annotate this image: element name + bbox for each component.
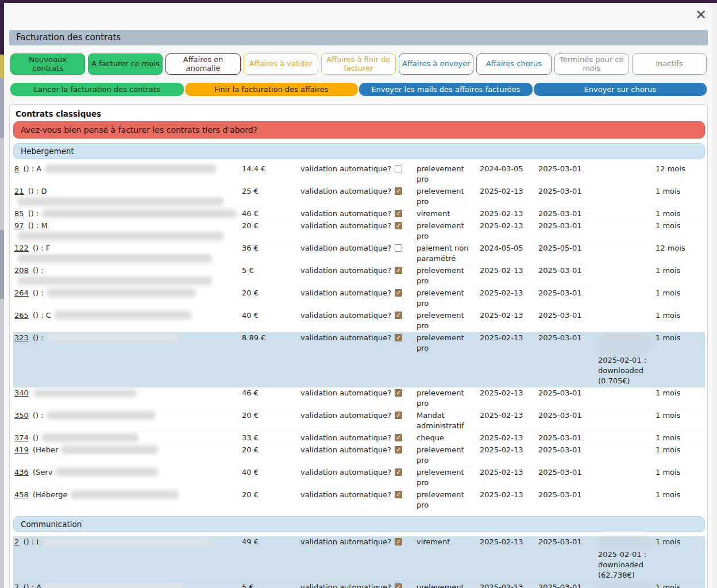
tab-button[interactable]: Affaires en anomalie	[165, 53, 240, 75]
contract-id-link[interactable]: 122	[14, 244, 29, 252]
validation-checkbox[interactable]	[395, 468, 402, 476]
tab-label: Inactifs	[656, 60, 683, 68]
validation-checkbox[interactable]	[395, 412, 402, 419]
contract-name-fragment: () :	[30, 411, 44, 420]
contract-row: 265 () : C 40 € validation automatique? …	[13, 310, 705, 332]
contract-id-link[interactable]: 436	[14, 468, 29, 476]
validation-checkbox[interactable]	[395, 187, 402, 195]
close-icon[interactable]: ✕	[692, 6, 708, 22]
payment-method: prelevement pro	[417, 388, 476, 409]
contract-duration: 12 mois	[656, 164, 705, 174]
validation-checkbox[interactable]	[395, 289, 402, 297]
contract-duration: 1 mois	[656, 186, 705, 197]
validation-checkbox[interactable]	[395, 165, 402, 172]
validation-checkbox[interactable]	[395, 434, 402, 441]
validation-checkbox[interactable]	[395, 583, 402, 588]
contract-duration: 1 mois	[656, 410, 705, 421]
invoice-status-cell: 2025-02-01 :downloaded(0.705€)	[598, 333, 652, 386]
contract-name-cell: 122 () : F	[14, 243, 238, 264]
tab-button[interactable]: Affaires chorus	[476, 53, 551, 75]
contract-row: 85 () : 46 € validation automatique? vir…	[13, 208, 705, 220]
tab-button[interactable]: Affaires à finir de facturer	[321, 53, 396, 75]
action-button[interactable]: Finir la facturation des affaires	[185, 83, 358, 96]
payment-method: prelevement pro	[417, 445, 476, 466]
contract-id-link[interactable]: 458	[14, 490, 29, 499]
contract-amount: 8.89 €	[242, 333, 297, 343]
payment-method: prelevement pro	[417, 582, 476, 588]
validation-label: validation automatique?	[300, 221, 391, 230]
payment-method: prelevement pro	[417, 333, 476, 353]
validation-checkbox[interactable]	[395, 267, 402, 274]
contract-name-fragment: () :	[26, 209, 39, 218]
validation-checkbox[interactable]	[395, 312, 402, 319]
validation-checkbox[interactable]	[395, 446, 402, 454]
validation-checkbox[interactable]	[395, 538, 402, 545]
contract-id-link[interactable]: 350	[14, 411, 29, 420]
validation-cell: validation automatique?	[300, 288, 413, 298]
billing-date: 2025-02-13	[480, 186, 535, 197]
contract-id-link[interactable]: 2	[14, 537, 19, 546]
contract-name-cell: 208 () :	[14, 266, 238, 286]
validation-cell: validation automatique?	[300, 410, 413, 421]
redacted-name-blur	[44, 164, 217, 173]
validation-checkbox[interactable]	[395, 222, 402, 229]
contract-name-cell: 340	[14, 388, 238, 398]
validation-cell: validation automatique?	[300, 266, 413, 276]
validation-checkbox[interactable]	[395, 491, 402, 498]
section-header[interactable]: Communication	[13, 516, 705, 532]
contract-name-cell: 2 () : L	[14, 537, 238, 547]
contract-name-cell: 21 () : D	[14, 186, 238, 207]
contract-id-link[interactable]: 264	[14, 289, 29, 297]
validation-label: validation automatique?	[300, 333, 391, 342]
section-header[interactable]: Hebergement	[13, 143, 705, 159]
validation-checkbox[interactable]	[395, 389, 402, 397]
validation-checkbox[interactable]	[395, 244, 402, 252]
contract-name-fragment: (Serv	[30, 468, 53, 476]
billing-date: 2025-02-13	[480, 582, 535, 588]
tab-button[interactable]: Affaires à valider	[244, 53, 318, 75]
contract-id-link[interactable]: 340	[14, 389, 29, 397]
contract-id-link[interactable]: 7	[14, 583, 19, 588]
tab-button[interactable]: Terminés pour ce mois	[554, 53, 629, 75]
tab-button[interactable]: Affaires à envoyer	[399, 53, 473, 75]
tab-label: Affaires chorus	[486, 60, 542, 68]
payment-method: prelevement pro	[417, 221, 476, 241]
validation-cell: validation automatique?	[300, 186, 413, 197]
billing-date: 2025-02-13	[480, 445, 535, 455]
contract-row: 7 () : A 5 € validation automatique? pre…	[13, 582, 705, 588]
validation-checkbox[interactable]	[395, 334, 402, 341]
tab-button[interactable]: Nouveaux contrats	[10, 53, 85, 75]
next-billing-date: 2025-03-01	[538, 537, 595, 547]
next-billing-date: 2025-03-01	[538, 388, 595, 398]
contract-amount: 49 €	[242, 537, 297, 547]
contract-id-link[interactable]: 419	[14, 445, 29, 454]
contract-id-link[interactable]: 323	[14, 333, 29, 342]
contract-id-link[interactable]: 374	[14, 433, 29, 442]
page-title: Facturation des contrats	[9, 30, 708, 45]
contract-duration: 1 mois	[656, 537, 705, 547]
contract-name-cell: 97 () : M	[14, 221, 238, 241]
action-button[interactable]: Lancer la facturation des contrats	[10, 83, 184, 96]
redacted-name-blur	[17, 197, 224, 206]
action-button[interactable]: Envoyer sur chorus	[534, 83, 707, 96]
action-button[interactable]: Envoyer les mails des affaires facturées	[359, 83, 533, 96]
contract-id-link[interactable]: 97	[14, 221, 24, 230]
payment-method: prelevement pro	[417, 164, 476, 185]
contract-id-link[interactable]: 265	[14, 311, 29, 320]
validation-cell: validation automatique?	[300, 467, 413, 478]
contract-id-link[interactable]: 8	[14, 164, 19, 173]
next-billing-date: 2025-03-01	[538, 221, 595, 231]
contract-amount: 20 €	[242, 221, 297, 231]
tab-button[interactable]: A facturer ce mois	[88, 53, 163, 75]
invoice-status-cell: 2025-02-01 :downloaded(62.738€)	[598, 537, 652, 581]
contract-id-link[interactable]: 21	[14, 187, 24, 195]
section-rows: 8 () : A 14.4 € validation automatique? …	[13, 163, 705, 512]
validation-cell: validation automatique?	[300, 243, 413, 253]
contracts-panel-body: Hebergement 8 () : A 14.4 € validation a…	[13, 143, 706, 588]
contract-row: 21 () : D 25 € validation automatique? p…	[13, 186, 705, 208]
contract-id-link[interactable]: 85	[14, 209, 24, 218]
tab-button[interactable]: Inactifs	[632, 53, 707, 75]
contract-id-link[interactable]: 208	[14, 266, 29, 275]
validation-checkbox[interactable]	[395, 210, 402, 217]
invoice-status-cell: 2025-02-01 :downloaded	[598, 582, 652, 588]
